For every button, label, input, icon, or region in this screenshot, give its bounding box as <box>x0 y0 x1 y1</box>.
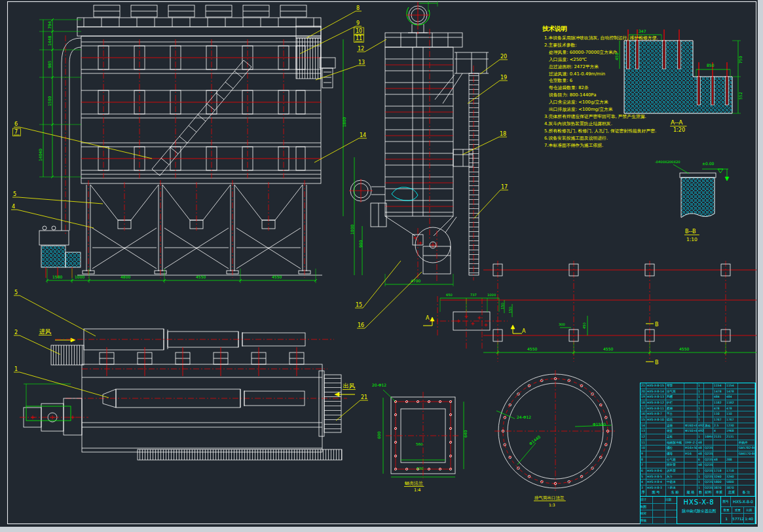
bom-cell <box>684 394 698 400</box>
bom-cell: 风帽 <box>666 394 684 400</box>
bom-cell <box>713 463 726 468</box>
dimension-label: 4550 <box>679 347 689 351</box>
bom-cell: 1230 <box>726 423 738 428</box>
bom-cell <box>738 406 755 411</box>
bom-cell: M16×50 <box>684 446 698 451</box>
bom-cell <box>726 451 738 457</box>
bom-cell: 478 <box>713 406 726 411</box>
bom-cell <box>726 463 738 468</box>
balloon-15: 15 <box>356 302 362 308</box>
signature-name-cell <box>653 518 665 524</box>
bom-cell: 9 <box>641 451 646 457</box>
view-label: B--B <box>685 229 696 235</box>
bom-cell: 1718 <box>713 468 726 474</box>
bom-cell <box>738 394 755 400</box>
balloon-21: 21 <box>361 394 367 400</box>
signature-name-cell <box>653 504 665 510</box>
bom-row: 17HXS-X-8-11爬梯1478478 <box>641 406 755 412</box>
dimension-label: -δ400X200X20 <box>655 160 680 164</box>
balloon-17: 17 <box>501 184 508 190</box>
signature-label: 制图 <box>641 504 653 510</box>
view-label: A <box>426 315 430 321</box>
bom-cell: 4 <box>641 480 646 485</box>
bom-cell: 1478 <box>713 389 726 394</box>
bom-cell: 1968 <box>726 428 738 434</box>
bom-cell: 2131 <box>713 434 726 440</box>
bom-row: 18HXS-X-8-12护栏111821182 <box>641 400 755 406</box>
bom-cell: 18 <box>641 400 646 406</box>
bom-cell: 1767 <box>726 417 738 423</box>
balloon-20: 20 <box>500 54 507 60</box>
tech-note-line: 7.本标准图不得作为施工依据. <box>544 143 603 148</box>
view-label: 1:10 <box>686 237 698 242</box>
bom-cell <box>704 394 713 400</box>
balloon-5: 5 <box>14 290 18 295</box>
bom-cell <box>726 446 738 451</box>
bom-cell: 13 <box>641 428 646 434</box>
tech-note-line: 仓室数量: 6 <box>549 78 572 83</box>
bom-cell <box>704 428 713 434</box>
scale-value: 1:40 <box>744 514 755 524</box>
signature-row: 设计日期 <box>641 497 677 504</box>
bom-cell <box>738 389 755 394</box>
bom-cell: 1154 <box>713 383 726 389</box>
bom-cell: HXS-X-8-12 <box>646 400 666 406</box>
bom-header: 序号图 号名 称规 格数量材料单重总重备 注 <box>641 489 755 497</box>
bom-cell <box>684 406 698 411</box>
bom-row: 7喷吹管48Q235 <box>641 463 755 468</box>
bom-cell: 灰斗 <box>666 474 684 480</box>
bom-cell: HXS-X-8-7 <box>646 411 666 417</box>
bom-cell: 4 <box>713 428 726 434</box>
bom-cell <box>704 406 713 411</box>
bom-cell <box>684 463 698 468</box>
bom-cell: 16Mn <box>704 434 713 440</box>
dimension-label: 1580 <box>52 275 62 279</box>
bom-header-cell: 材料 <box>704 489 713 496</box>
cad-viewport: 技术说明1.本设备采用脉冲喷吹清灰, 自动控制运行, 维护检修方便.2.主要技术… <box>0 0 763 532</box>
bom-cell: 48 <box>713 457 726 463</box>
bom-cell: 进风管 <box>666 468 684 474</box>
bom-cell: Q235 <box>704 474 713 480</box>
view-label: A--A <box>671 119 683 126</box>
bom-cell: 110 <box>713 411 726 417</box>
title-block: 21HXS-X-8-15弯管11154115420HXS-X-8-14排气筒11… <box>640 383 756 524</box>
bom-cell <box>704 383 713 389</box>
bom-cell: 1 <box>698 383 704 389</box>
bom-cell: 110 <box>726 411 738 417</box>
bom-cell: 484 <box>713 394 726 400</box>
view-label: 1:3 <box>549 503 555 507</box>
bom-cell: 1 <box>698 389 704 394</box>
balloon-18: 18 <box>500 131 506 137</box>
bom-cell <box>684 417 698 423</box>
bom-row: 14滤袋Φ160×6000492涤纶2.51230 <box>641 423 755 429</box>
dimension-label: 4700 <box>411 278 420 283</box>
bom-cell <box>684 434 698 440</box>
bom-cell: 1478 <box>726 389 738 394</box>
bom-row: 10螺栓M16×5048Q235GB5782-86 <box>641 446 755 451</box>
bom-row: 12花板116Mn21312131 <box>641 434 755 440</box>
bom-cell: 1 <box>698 474 704 480</box>
bom-cell: 1718 <box>726 468 738 474</box>
dimension-label: 4550 <box>196 275 206 279</box>
bom-cell: 5 <box>641 474 646 480</box>
bom-cell: 1 <box>698 394 704 400</box>
tech-note-line: 设备阻力: 800-1440Pa <box>549 92 596 98</box>
balloon-12: 12 <box>358 46 364 52</box>
dimension-label: 737 <box>470 293 477 297</box>
weight-label: 重量 <box>732 507 743 513</box>
dimension-label: 24-Φ12 <box>517 415 531 419</box>
bom-header-cell: 数量 <box>698 489 704 496</box>
bom-cell: 喷吹管 <box>666 463 684 468</box>
signature-row: 制图 <box>641 504 677 511</box>
dimension-label: 1000 <box>75 275 84 279</box>
view-label: 1:20 <box>673 127 685 133</box>
bom-row: 11电磁脉冲阀DMF-Z-2548外购件 <box>641 440 755 446</box>
bom-cell: 48 <box>698 463 704 468</box>
bom-cell: 492 <box>698 428 704 434</box>
dimension-label: 630 <box>417 466 424 470</box>
tech-note-line: 4.灰斗内设加热装置防止结露积灰. <box>544 121 612 126</box>
bom-cell: 螺栓 <box>666 446 684 451</box>
bom-cell: HXS-X-8-10 <box>646 417 666 423</box>
bom-cell: 16 <box>641 411 646 417</box>
dimension-label: 600 <box>377 431 381 439</box>
